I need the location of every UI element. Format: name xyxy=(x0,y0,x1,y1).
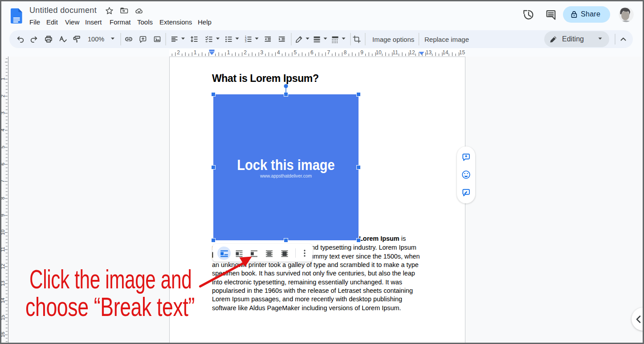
svg-text:3: 3 xyxy=(245,40,247,43)
